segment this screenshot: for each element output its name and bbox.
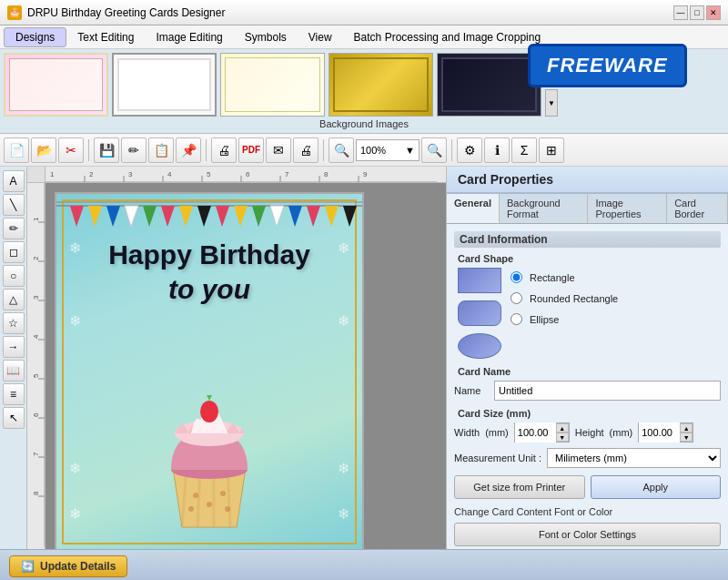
minimize-button[interactable]: — (673, 5, 688, 20)
app-title: DRPU Birthday Greeting Cards Designer (27, 6, 225, 19)
panel-header: Card Properties (447, 167, 728, 194)
height-mm-label: (mm) (610, 427, 633, 438)
font-settings-button[interactable]: Font or Color Settings (454, 523, 721, 546)
tab-image[interactable]: Image Properties (588, 194, 667, 223)
get-size-button[interactable]: Get size from Printer (454, 475, 585, 499)
triangle-tool[interactable]: △ (3, 289, 25, 310)
zoom-combo[interactable]: 100% ▼ (356, 139, 420, 161)
svg-point-61 (188, 506, 194, 512)
svg-point-62 (225, 506, 230, 512)
toolbar-sep-1 (88, 139, 89, 161)
edit-button[interactable]: ✏ (121, 137, 147, 163)
update-icon: 🔄 (21, 560, 35, 573)
star-tool[interactable]: ☆ (3, 312, 25, 334)
width-mm-label: (mm) (485, 427, 509, 438)
apply-button[interactable]: Apply (591, 475, 722, 499)
right-panel: Card Properties General Background Forma… (446, 167, 728, 549)
save-button[interactable]: 💾 (94, 137, 119, 163)
height-spin-up[interactable]: ▲ (680, 423, 693, 432)
new-button[interactable]: 📄 (4, 137, 29, 163)
bg-thumb-1[interactable] (4, 53, 108, 117)
print-button[interactable]: 🖨 (293, 137, 318, 163)
name-input[interactable] (494, 381, 721, 401)
shape-radio-rounded[interactable] (511, 292, 522, 304)
line-tool[interactable]: ╲ (3, 194, 25, 216)
tab-background[interactable]: Background Format (500, 194, 588, 223)
width-spin-down[interactable]: ▼ (556, 432, 569, 442)
shape-row-rounded: Rounded Rectangle (511, 292, 618, 304)
circle-tool[interactable]: ○ (3, 265, 25, 287)
card-size-label: Card Size (mm) (454, 408, 721, 419)
svg-text:8: 8 (32, 491, 40, 495)
svg-text:6: 6 (32, 412, 40, 417)
update-details-button[interactable]: 🔄 Update Details (9, 555, 127, 577)
background-strip: ▲ ▼ FREEWARE Background Images (0, 49, 728, 134)
update-label: Update Details (40, 560, 116, 573)
menu-symbols[interactable]: Symbols (234, 28, 298, 46)
bg-thumb-4[interactable] (329, 53, 433, 117)
card-name-label: Card Name (454, 366, 721, 377)
svg-marker-38 (125, 206, 138, 227)
zoom-out-button[interactable]: 🔍 (421, 137, 447, 163)
svg-marker-45 (252, 206, 266, 227)
shape-label-rounded: Rounded Rectangle (530, 293, 618, 304)
shape-row-rect: Rectangle (511, 271, 618, 283)
info-button[interactable]: ℹ (484, 137, 510, 163)
menu-text-editing[interactable]: Text Editing (66, 28, 145, 46)
sigma-button[interactable]: Σ (511, 137, 537, 163)
canvas-wrapper: 1 2 3 4 5 6 7 8 9 (27, 167, 446, 549)
card-canvas[interactable]: ❄ ❄ ❄ ❄ ❄ ❄ ❄ ❄ Happy Birthday to you (55, 192, 364, 549)
email-button[interactable]: ✉ (266, 137, 291, 163)
open-button[interactable]: 📂 (31, 137, 56, 163)
copy-button[interactable]: 📋 (148, 137, 174, 163)
card-shape-label: Card Shape (454, 253, 721, 264)
bunting (56, 201, 362, 238)
pointer-tool[interactable]: ↖ (3, 407, 25, 429)
crop-button[interactable]: ⊞ (539, 137, 564, 163)
tab-general[interactable]: General (447, 194, 500, 223)
menu-designs[interactable]: Designs (4, 27, 66, 47)
maximize-button[interactable]: □ (690, 5, 704, 20)
shape-radio-ellipse[interactable] (511, 313, 522, 325)
pdf-button[interactable]: PDF (238, 137, 264, 163)
bg-thumb-5[interactable] (437, 53, 541, 117)
canvas-inner: ❄ ❄ ❄ ❄ ❄ ❄ ❄ ❄ Happy Birthday to you (46, 183, 446, 549)
settings-button[interactable]: ⚙ (457, 137, 482, 163)
tab-border[interactable]: Card Border (667, 194, 728, 223)
delete-button[interactable]: ✂ (58, 137, 84, 163)
close-button[interactable]: ✕ (706, 5, 721, 20)
menu-batch[interactable]: Batch Processing and Image Cropping (343, 28, 551, 46)
bg-thumb-2[interactable] (112, 53, 217, 117)
menu-view[interactable]: View (298, 28, 343, 46)
width-input-wrap: ▲ ▼ (514, 422, 570, 443)
shape-tool[interactable]: ◻ (3, 241, 25, 263)
print-preview-button[interactable]: 🖨 (211, 137, 237, 163)
text-tool[interactable]: A (3, 170, 25, 192)
shape-radio-rect[interactable] (511, 271, 522, 283)
width-input[interactable] (515, 422, 556, 443)
paste-button[interactable]: 📌 (176, 137, 201, 163)
card-shape-section: Card Shape Rectangle (454, 253, 721, 359)
bg-scroll-down[interactable]: ▼ (545, 89, 558, 117)
svg-text:7: 7 (32, 452, 40, 456)
zoom-in-button[interactable]: 🔍 (329, 137, 354, 163)
arrow-tool[interactable]: → (3, 336, 25, 358)
width-spinners: ▲ ▼ (556, 423, 569, 442)
menu-image-editing[interactable]: Image Editing (145, 28, 233, 46)
card-info-title: Card Information (454, 231, 721, 248)
name-row: Name (454, 381, 721, 401)
svg-marker-46 (270, 206, 284, 227)
deco-4: ❄ (338, 312, 349, 330)
svg-marker-36 (88, 206, 102, 227)
height-spin-down[interactable]: ▼ (680, 432, 693, 442)
width-spin-up[interactable]: ▲ (556, 423, 569, 432)
measurement-select[interactable]: Milimeters (mm) Inches (in) Pixels (px) (547, 448, 721, 468)
layers-tool[interactable]: ≡ (3, 383, 25, 405)
book-tool[interactable]: 📖 (3, 360, 25, 382)
pencil-tool[interactable]: ✏ (3, 218, 25, 239)
bg-thumb-3[interactable] (220, 53, 325, 117)
card-text: Happy Birthday to you (56, 238, 362, 306)
height-input[interactable] (639, 422, 680, 443)
height-spinners: ▲ ▼ (680, 423, 693, 442)
size-row: Width (mm) ▲ ▼ Height (mm) ▲ (454, 422, 721, 443)
